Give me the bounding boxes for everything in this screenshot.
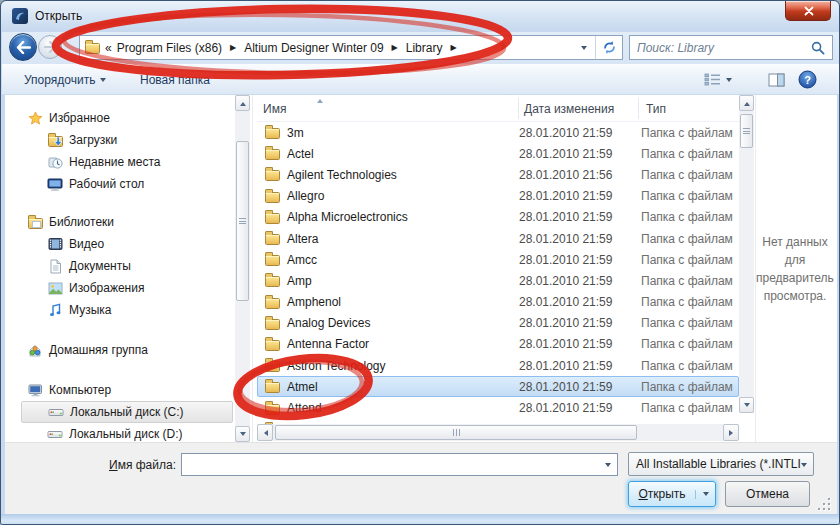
sidebar-item[interactable]: Загрузки xyxy=(5,129,235,151)
sidebar-item[interactable]: Локальный диск (C:) xyxy=(21,401,233,423)
file-name: Antenna Factor xyxy=(287,337,369,351)
file-row[interactable]: Agilent Technologies28.01.2010 21:56Папк… xyxy=(257,164,739,185)
address-bar[interactable]: «Program Files (x86)▶Altium Designer Win… xyxy=(79,35,623,60)
filetype-select[interactable]: All Installable Libraries (*.INTLIB xyxy=(628,452,814,476)
sidebar-item-label: Загрузки xyxy=(69,133,117,147)
filetype-value: All Installable Libraries (*.INTLIB xyxy=(629,457,801,471)
views-button[interactable] xyxy=(696,69,740,90)
column-separator xyxy=(638,98,639,119)
open-button-label: Открыть xyxy=(638,487,685,501)
search-icon[interactable] xyxy=(811,38,832,58)
back-button[interactable] xyxy=(9,33,37,61)
file-row[interactable]: Amphenol28.01.2010 21:59Папка с файлами xyxy=(257,292,739,313)
desktop-icon xyxy=(47,176,63,192)
scroll-down-button[interactable] xyxy=(739,397,754,413)
breadcrumb-segment[interactable]: Library xyxy=(404,39,445,57)
scroll-thumb[interactable] xyxy=(275,425,637,440)
breadcrumb-separator-icon[interactable]: ▶ xyxy=(444,43,462,52)
sidebar-group-label: Библиотеки xyxy=(49,215,114,229)
organize-button[interactable]: Упорядочить xyxy=(16,69,114,90)
scroll-left-button[interactable] xyxy=(257,424,273,441)
list-horizontal-scrollbar[interactable] xyxy=(257,424,739,441)
file-list: 3m28.01.2010 21:59Папка с файламиActel28… xyxy=(257,122,739,424)
sidebar-item[interactable]: Изображения xyxy=(5,277,235,299)
file-date: 28.01.2010 21:59 xyxy=(519,147,641,161)
disk-icon xyxy=(47,426,63,442)
new-folder-button[interactable]: Новая папка xyxy=(132,69,218,90)
sidebar-item[interactable]: Музыка xyxy=(5,299,235,321)
homegroup-icon xyxy=(27,342,43,358)
sidebar-group-2[interactable]: Домашняя группа xyxy=(5,339,235,361)
column-header-type[interactable]: Тип xyxy=(646,102,666,116)
column-separator xyxy=(518,98,519,119)
chevron-down-icon[interactable] xyxy=(605,463,611,470)
address-dropdown-button[interactable] xyxy=(573,36,595,59)
open-split-arrow[interactable] xyxy=(695,490,715,499)
title-bar[interactable]: Открыть xyxy=(1,1,839,32)
pictures-icon xyxy=(47,280,63,296)
sidebar-group-1[interactable]: Библиотеки xyxy=(5,211,235,233)
file-row[interactable]: Atmel28.01.2010 21:59Папка с файлами xyxy=(257,376,739,397)
breadcrumb-separator-icon[interactable]: ▶ xyxy=(224,43,242,52)
scroll-up-button[interactable] xyxy=(235,95,250,111)
file-date: 28.01.2010 21:59 xyxy=(519,274,641,288)
music-icon xyxy=(47,302,63,318)
forward-button[interactable] xyxy=(38,35,62,59)
open-button[interactable]: Открыть xyxy=(628,481,716,507)
file-row[interactable]: Actel28.01.2010 21:59Папка с файлами xyxy=(257,143,739,164)
window-left-border xyxy=(1,95,5,514)
search-input[interactable] xyxy=(630,41,811,55)
sidebar-item[interactable]: Недавние места xyxy=(5,151,235,173)
sidebar-item-label: Рабочий стол xyxy=(69,177,144,191)
resize-grip[interactable] xyxy=(815,497,831,511)
breadcrumb-separator-icon[interactable]: ▶ xyxy=(386,43,404,52)
filename-label: Имя файла: xyxy=(61,458,176,472)
help-button[interactable]: ? xyxy=(794,69,821,90)
column-header-date[interactable]: Дата изменения xyxy=(524,102,614,116)
refresh-button[interactable] xyxy=(595,36,622,59)
file-row[interactable]: Attend28.01.2010 21:59Папка с файлами xyxy=(257,397,739,418)
file-row[interactable]: Amp28.01.2010 21:59Папка с файлами xyxy=(257,270,739,291)
preview-pane-button[interactable] xyxy=(760,69,793,90)
sidebar-group-3[interactable]: Компьютер xyxy=(5,379,235,401)
file-name: 3m xyxy=(287,126,304,140)
file-date: 28.01.2010 21:59 xyxy=(519,337,641,351)
sidebar-item[interactable]: Видео xyxy=(5,233,235,255)
folder-icon xyxy=(264,336,280,352)
sidebar-group-0[interactable]: Избранное xyxy=(5,107,235,129)
sidebar-item[interactable]: Рабочий стол xyxy=(5,173,235,195)
file-type: Папка с файлами xyxy=(641,337,733,351)
file-name: Alpha Microelectronics xyxy=(287,210,408,224)
file-row[interactable]: Analog Devices28.01.2010 21:59Папка с фа… xyxy=(257,313,739,334)
file-row[interactable]: Allegro28.01.2010 21:59Папка с файлами xyxy=(257,186,739,207)
file-row[interactable]: Altera28.01.2010 21:59Папка с файлами xyxy=(257,228,739,249)
breadcrumb-segment[interactable]: Altium Designer Winter 09 xyxy=(242,39,385,57)
file-row[interactable]: Antenna Factor28.01.2010 21:59Папка с фа… xyxy=(257,334,739,355)
scroll-down-button[interactable] xyxy=(235,426,250,442)
libraries-icon xyxy=(27,214,43,230)
breadcrumb-overflow-chevron[interactable]: « xyxy=(100,41,115,55)
list-vertical-scrollbar[interactable] xyxy=(739,95,754,413)
file-row[interactable]: 3m28.01.2010 21:59Папка с файлами xyxy=(257,122,739,143)
file-name: Altera xyxy=(287,232,318,246)
folder-icon xyxy=(264,146,280,162)
file-row[interactable]: Alpha Microelectronics28.01.2010 21:59Па… xyxy=(257,207,739,228)
sidebar-item[interactable]: Локальный диск (D:) xyxy=(5,423,235,442)
close-button[interactable] xyxy=(785,1,831,21)
cancel-button[interactable]: Отмена xyxy=(725,481,810,507)
sidebar-item[interactable]: Документы xyxy=(5,255,235,277)
scroll-thumb[interactable] xyxy=(236,141,249,301)
file-row[interactable]: Astron Technology28.01.2010 21:59Папка с… xyxy=(257,355,739,376)
scroll-right-button[interactable] xyxy=(723,424,739,441)
breadcrumb-segment[interactable]: Program Files (x86) xyxy=(115,39,224,57)
chevron-down-icon xyxy=(801,463,807,470)
scroll-thumb[interactable] xyxy=(740,114,753,148)
file-row[interactable]: Amcc28.01.2010 21:59Папка с файлами xyxy=(257,249,739,270)
close-icon xyxy=(804,6,814,16)
column-header-name[interactable]: Имя xyxy=(263,102,286,116)
filename-input[interactable] xyxy=(182,454,605,475)
scroll-up-button[interactable] xyxy=(739,95,754,111)
window-title: Открыть xyxy=(35,9,82,23)
sidebar-scrollbar[interactable] xyxy=(235,95,250,442)
app-icon xyxy=(12,8,28,24)
